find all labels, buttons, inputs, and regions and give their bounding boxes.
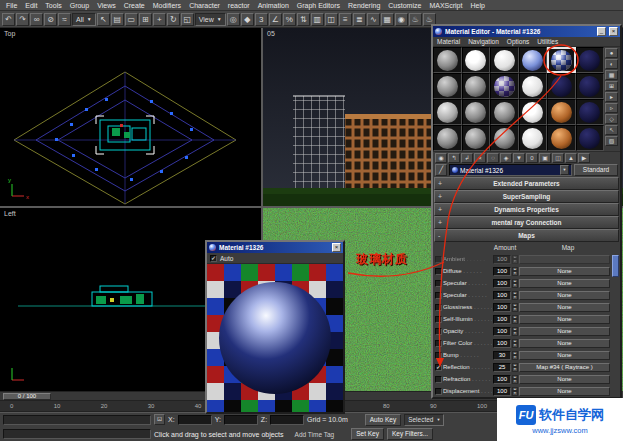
amount-spinner[interactable]: ▴ ▾ [512,303,518,312]
map-button[interactable]: None [519,387,610,396]
select-and-rotate-icon[interactable]: ↻ [167,13,180,26]
use-pivot-center-icon[interactable]: ◎ [227,13,240,26]
get-material-icon[interactable]: ◉ [435,153,447,163]
make-unique-icon[interactable]: ◈ [500,153,512,163]
material-sample-slot[interactable] [519,125,548,151]
menu-item[interactable]: Animation [254,0,293,11]
amount-spinner[interactable]: ▴ ▾ [512,255,518,264]
undo-icon[interactable]: ↶ [2,13,15,26]
material-sample-slot[interactable] [576,99,605,125]
time-slider-handle[interactable]: 0 / 100 [3,393,51,400]
amount-spinner[interactable]: ▴ ▾ [512,327,518,336]
material-sample-slot[interactable] [547,73,576,99]
amount-spinner[interactable]: ▴ ▾ [512,267,518,276]
select-object-icon[interactable]: ↖ [97,13,110,26]
map-enable-checkbox[interactable] [435,376,442,383]
menu-item[interactable]: Tools [41,0,65,11]
chevron-down-icon[interactable]: ▼ [560,165,569,175]
spinner-down-icon[interactable]: ▾ [512,307,518,312]
map-amount-field[interactable]: 100 [493,255,511,264]
material-sample-slot[interactable] [576,73,605,99]
reset-map-icon[interactable]: × [474,153,486,163]
video-color-check-icon[interactable]: ▸ [605,92,618,102]
map-button[interactable]: None [519,351,610,360]
select-and-manipulate-icon[interactable]: ◆ [241,13,254,26]
map-button[interactable]: None [519,303,610,312]
select-and-move-icon[interactable]: + [153,13,166,26]
rollout-bar[interactable]: + mental ray Connection [434,216,619,229]
material-name-dropdown[interactable]: Material #1326 ▼ [449,164,572,176]
menu-item[interactable]: Rendering [344,0,384,11]
menu-item[interactable]: Customize [384,0,425,11]
menu-item[interactable]: Help [466,0,488,11]
material-editor-menu-item[interactable]: Navigation [464,38,503,45]
schematic-view-icon[interactable]: ▦ [381,13,394,26]
map-amount-field[interactable]: 100 [493,327,511,336]
spinner-down-icon[interactable]: ▾ [512,367,518,372]
set-key-button[interactable]: Set Key [351,428,384,440]
pick-material-eyedropper-icon[interactable]: ╱ [435,164,447,176]
go-to-parent-icon[interactable]: ▲ [565,153,577,163]
map-amount-field[interactable]: 100 [493,387,511,396]
material-editor-menu-item[interactable]: Material [433,38,464,45]
amount-spinner[interactable]: ▴ ▾ [512,279,518,288]
mirror-icon[interactable]: ◫ [325,13,338,26]
material-sample-slot[interactable] [519,47,548,73]
map-button[interactable]: None [519,315,610,324]
amount-spinner[interactable]: ▴ ▾ [512,351,518,360]
show-map-in-viewport-icon[interactable]: ▣ [539,153,551,163]
menu-item[interactable]: Group [66,0,93,11]
map-enable-checkbox[interactable] [435,328,442,335]
material-sample-slot[interactable] [490,47,519,73]
material-id-channel-icon[interactable]: 0 [526,153,538,163]
material-editor-titlebar[interactable]: Material Editor - Material #1326 _ × [433,26,620,37]
spinner-down-icon[interactable]: ▾ [512,271,518,276]
map-amount-field[interactable]: 100 [493,315,511,324]
unlink-selection-icon[interactable]: ⊘ [44,13,57,26]
spinner-down-icon[interactable]: ▾ [512,379,518,384]
spinner-down-icon[interactable]: ▾ [512,283,518,288]
rollout-bar[interactable]: + Dynamics Properties [434,203,619,216]
minimize-icon[interactable]: _ [597,27,606,36]
material-editor-window[interactable]: Material Editor - Material #1326 _ × Mat… [431,24,622,399]
map-button[interactable]: None [519,291,610,300]
map-button[interactable]: None [519,267,610,276]
map-amount-field[interactable]: 30 [493,351,511,360]
map-enable-checkbox[interactable] [435,268,442,275]
map-button[interactable]: None [519,327,610,336]
map-enable-checkbox[interactable] [435,292,442,299]
spinner-down-icon[interactable]: ▾ [512,259,518,264]
material-sample-slot[interactable] [490,73,519,99]
map-amount-field[interactable]: 25 [493,363,511,372]
map-amount-field[interactable]: 100 [493,375,511,384]
material-sample-slot[interactable] [462,99,491,125]
spinner-down-icon[interactable]: ▾ [512,391,518,396]
amount-spinner[interactable]: ▴ ▾ [512,315,518,324]
material-editor-options-icon[interactable]: ◇ [605,114,618,124]
make-material-copy-icon[interactable]: ◌ [487,153,499,163]
close-icon[interactable]: × [609,27,618,36]
select-and-scale-icon[interactable]: ◱ [181,13,194,26]
menu-item[interactable]: Character [185,0,224,11]
material-sample-slot[interactable] [490,99,519,125]
spinner-down-icon[interactable]: ▾ [512,355,518,360]
auto-update-checkbox[interactable] [210,255,217,262]
redo-icon[interactable]: ↷ [16,13,29,26]
material-sample-slot[interactable] [576,47,605,73]
show-end-result-icon[interactable]: ◫ [552,153,564,163]
map-enable-checkbox[interactable] [435,280,442,287]
map-button[interactable]: None [519,339,610,348]
material-preview-window[interactable]: Material #1326 × Auto [205,240,345,414]
material-sample-slot[interactable] [433,47,462,73]
ambient-diffuse-lock-button[interactable] [612,255,619,277]
map-button[interactable]: None [519,375,610,384]
material-sample-slot[interactable] [547,125,576,151]
maxscript-mini-listener[interactable] [3,415,151,425]
material-map-navigator-icon[interactable]: ▧ [605,136,618,146]
select-by-material-icon[interactable]: ↖ [605,125,618,135]
preview-titlebar[interactable]: Material #1326 × [207,242,343,253]
background-icon[interactable]: ▦ [605,70,618,80]
percent-snap-icon[interactable]: % [283,13,296,26]
map-amount-field[interactable]: 100 [493,279,511,288]
material-type-button[interactable]: Standard [574,164,618,176]
